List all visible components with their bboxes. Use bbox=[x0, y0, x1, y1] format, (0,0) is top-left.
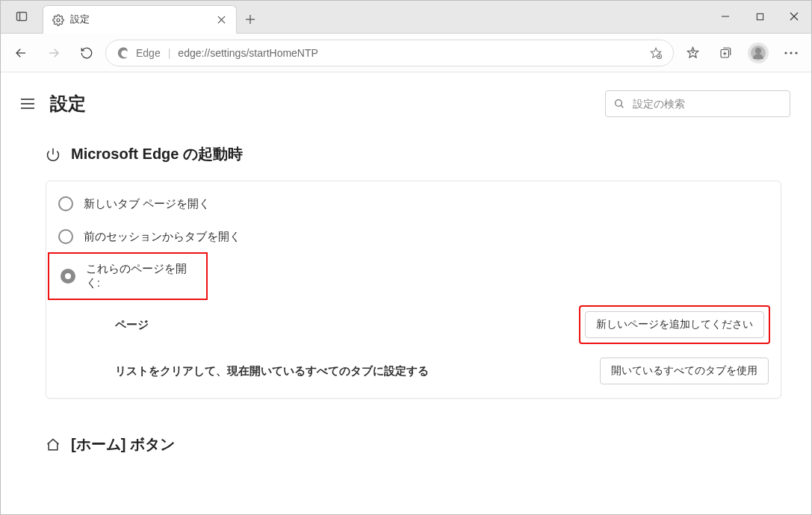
radio-icon bbox=[58, 196, 73, 211]
toolbar: Edge | edge://settings/startHomeNTP bbox=[1, 34, 811, 72]
url-text: edge://settings/startHomeNTP bbox=[178, 47, 318, 59]
window-controls bbox=[708, 0, 811, 33]
radio-open-pages[interactable]: これらのページを開く: bbox=[49, 253, 207, 299]
more-button[interactable] bbox=[777, 39, 805, 67]
startup-heading: Microsoft Edge の起動時 bbox=[71, 144, 243, 164]
startup-card: 新しいタブ ページを開く 前のセッションからタブを開く これらのページを開く: … bbox=[46, 181, 781, 399]
add-page-button[interactable]: 新しいページを追加してください bbox=[585, 311, 764, 338]
power-icon bbox=[46, 147, 61, 162]
profile-button[interactable] bbox=[744, 39, 772, 67]
titlebar: 設定 bbox=[1, 1, 811, 34]
radio-label: 前のセッションからタブを開く bbox=[84, 230, 241, 244]
clear-list-row: リストをクリアして、現在開いているすべてのタブに設定する 開いているすべてのタブ… bbox=[46, 350, 781, 392]
svg-point-24 bbox=[790, 52, 792, 54]
site-identity-label: Edge bbox=[136, 47, 161, 59]
minimize-button[interactable] bbox=[708, 0, 743, 33]
settings-search[interactable] bbox=[605, 90, 790, 117]
pages-row: ページ 新しいページを追加してください bbox=[46, 299, 781, 350]
svg-point-25 bbox=[795, 52, 797, 54]
forward-button[interactable] bbox=[40, 39, 68, 67]
close-window-button[interactable] bbox=[777, 0, 811, 33]
svg-rect-8 bbox=[757, 13, 763, 19]
favorite-add-icon[interactable] bbox=[649, 46, 663, 60]
maximize-button[interactable] bbox=[743, 0, 777, 33]
svg-point-2 bbox=[57, 19, 60, 22]
edge-icon bbox=[117, 46, 130, 60]
radio-icon bbox=[61, 269, 75, 284]
browser-tab[interactable]: 設定 bbox=[43, 5, 237, 34]
pages-label: ページ bbox=[115, 318, 149, 332]
refresh-button[interactable] bbox=[72, 39, 101, 67]
radio-label: これらのページを開く: bbox=[86, 262, 195, 290]
radio-new-tab[interactable]: 新しいタブ ページを開く bbox=[46, 187, 781, 220]
svg-line-30 bbox=[621, 105, 623, 107]
home-heading: [ホーム] ボタン bbox=[71, 434, 175, 455]
separator: | bbox=[168, 47, 171, 59]
menu-button[interactable] bbox=[19, 95, 37, 113]
radio-label: 新しいタブ ページを開く bbox=[84, 197, 210, 211]
site-identity: Edge bbox=[117, 46, 161, 60]
radio-continue-session[interactable]: 前のセッションからタブを開く bbox=[46, 220, 781, 253]
collections-button[interactable] bbox=[711, 39, 740, 67]
back-button[interactable] bbox=[7, 39, 35, 67]
new-tab-button[interactable] bbox=[237, 6, 264, 33]
gear-icon bbox=[52, 14, 64, 26]
page-title: 設定 bbox=[50, 92, 86, 116]
radio-icon bbox=[58, 229, 73, 244]
home-icon bbox=[46, 437, 61, 452]
use-open-tabs-button[interactable]: 開いているすべてのタブを使用 bbox=[600, 358, 769, 384]
favorites-button[interactable] bbox=[678, 39, 707, 67]
address-bar[interactable]: Edge | edge://settings/startHomeNTP bbox=[105, 40, 674, 66]
search-icon bbox=[613, 98, 625, 110]
svg-point-29 bbox=[616, 100, 622, 107]
tab-actions-button[interactable] bbox=[1, 0, 43, 33]
tab-title: 設定 bbox=[70, 13, 209, 26]
settings-content: 設定 Microsoft Edge の起動時 新しいタブ ページを開く 前のセッ… bbox=[1, 72, 811, 514]
svg-rect-0 bbox=[17, 13, 27, 21]
svg-point-23 bbox=[784, 52, 787, 54]
close-tab-button[interactable] bbox=[215, 14, 227, 26]
settings-search-input[interactable] bbox=[633, 98, 782, 110]
clear-list-label: リストをクリアして、現在開いているすべてのタブに設定する bbox=[115, 364, 429, 378]
